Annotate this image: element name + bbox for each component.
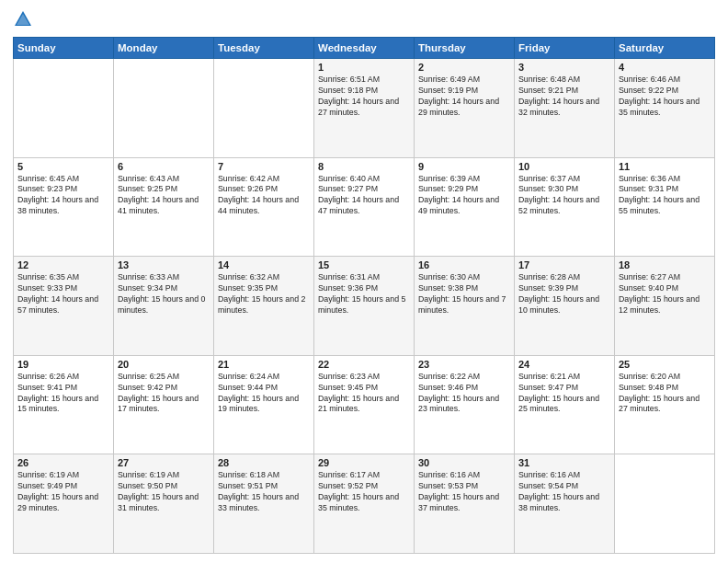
day-number: 24 bbox=[518, 359, 610, 370]
calendar-cell: 20Sunrise: 6:25 AM Sunset: 9:42 PM Dayli… bbox=[114, 355, 214, 454]
day-number: 27 bbox=[118, 457, 210, 468]
day-number: 13 bbox=[118, 259, 210, 270]
day-number: 22 bbox=[318, 359, 410, 370]
day-number: 10 bbox=[518, 161, 610, 172]
day-number: 11 bbox=[619, 161, 711, 172]
calendar-cell: 30Sunrise: 6:16 AM Sunset: 9:53 PM Dayli… bbox=[415, 454, 515, 554]
calendar-cell bbox=[615, 454, 715, 554]
day-info: Sunrise: 6:24 AM Sunset: 9:44 PM Dayligh… bbox=[218, 372, 310, 416]
day-number: 8 bbox=[318, 161, 410, 172]
day-number: 4 bbox=[619, 62, 711, 73]
day-info: Sunrise: 6:51 AM Sunset: 9:18 PM Dayligh… bbox=[318, 75, 410, 119]
day-number: 15 bbox=[318, 259, 410, 270]
calendar-cell: 18Sunrise: 6:27 AM Sunset: 9:40 PM Dayli… bbox=[615, 257, 715, 356]
calendar-week-5: 26Sunrise: 6:19 AM Sunset: 9:49 PM Dayli… bbox=[14, 454, 715, 554]
col-header-tuesday: Tuesday bbox=[214, 38, 314, 59]
calendar-cell bbox=[214, 59, 314, 158]
day-info: Sunrise: 6:27 AM Sunset: 9:40 PM Dayligh… bbox=[619, 272, 711, 316]
day-info: Sunrise: 6:46 AM Sunset: 9:22 PM Dayligh… bbox=[619, 75, 711, 119]
day-number: 12 bbox=[17, 259, 109, 270]
day-number: 7 bbox=[218, 161, 310, 172]
day-info: Sunrise: 6:23 AM Sunset: 9:45 PM Dayligh… bbox=[318, 372, 410, 416]
day-info: Sunrise: 6:43 AM Sunset: 9:25 PM Dayligh… bbox=[118, 174, 210, 218]
day-info: Sunrise: 6:33 AM Sunset: 9:34 PM Dayligh… bbox=[118, 272, 210, 316]
calendar-cell: 28Sunrise: 6:18 AM Sunset: 9:51 PM Dayli… bbox=[214, 454, 314, 554]
calendar-cell: 7Sunrise: 6:42 AM Sunset: 9:26 PM Daylig… bbox=[214, 157, 314, 257]
calendar-cell: 8Sunrise: 6:40 AM Sunset: 9:27 PM Daylig… bbox=[314, 157, 415, 257]
logo-icon bbox=[13, 9, 33, 29]
calendar-week-2: 5Sunrise: 6:45 AM Sunset: 9:23 PM Daylig… bbox=[14, 157, 715, 257]
calendar-cell: 11Sunrise: 6:36 AM Sunset: 9:31 PM Dayli… bbox=[615, 157, 715, 257]
col-header-wednesday: Wednesday bbox=[314, 38, 415, 59]
day-number: 23 bbox=[418, 359, 510, 370]
day-info: Sunrise: 6:16 AM Sunset: 9:53 PM Dayligh… bbox=[418, 470, 510, 514]
col-header-friday: Friday bbox=[515, 38, 615, 59]
day-number: 16 bbox=[418, 259, 510, 270]
calendar-cell: 21Sunrise: 6:24 AM Sunset: 9:44 PM Dayli… bbox=[214, 355, 314, 454]
day-info: Sunrise: 6:28 AM Sunset: 9:39 PM Dayligh… bbox=[518, 272, 610, 316]
day-info: Sunrise: 6:40 AM Sunset: 9:27 PM Dayligh… bbox=[318, 174, 410, 218]
day-number: 2 bbox=[418, 62, 510, 73]
day-info: Sunrise: 6:19 AM Sunset: 9:49 PM Dayligh… bbox=[17, 470, 109, 514]
calendar-cell: 16Sunrise: 6:30 AM Sunset: 9:38 PM Dayli… bbox=[415, 257, 515, 356]
day-info: Sunrise: 6:19 AM Sunset: 9:50 PM Dayligh… bbox=[118, 470, 210, 514]
header bbox=[13, 9, 715, 29]
day-number: 18 bbox=[619, 259, 711, 270]
logo bbox=[13, 9, 37, 29]
day-info: Sunrise: 6:16 AM Sunset: 9:54 PM Dayligh… bbox=[518, 470, 610, 514]
calendar-cell bbox=[14, 59, 114, 158]
day-number: 29 bbox=[318, 457, 410, 468]
calendar-header-row: SundayMondayTuesdayWednesdayThursdayFrid… bbox=[14, 38, 715, 59]
calendar-cell: 29Sunrise: 6:17 AM Sunset: 9:52 PM Dayli… bbox=[314, 454, 415, 554]
col-header-thursday: Thursday bbox=[415, 38, 515, 59]
calendar-cell: 4Sunrise: 6:46 AM Sunset: 9:22 PM Daylig… bbox=[615, 59, 715, 158]
day-info: Sunrise: 6:26 AM Sunset: 9:41 PM Dayligh… bbox=[17, 372, 109, 416]
calendar-cell: 26Sunrise: 6:19 AM Sunset: 9:49 PM Dayli… bbox=[14, 454, 114, 554]
day-info: Sunrise: 6:37 AM Sunset: 9:30 PM Dayligh… bbox=[518, 174, 610, 218]
day-info: Sunrise: 6:20 AM Sunset: 9:48 PM Dayligh… bbox=[619, 372, 711, 416]
calendar-table: SundayMondayTuesdayWednesdayThursdayFrid… bbox=[13, 37, 715, 554]
day-info: Sunrise: 6:42 AM Sunset: 9:26 PM Dayligh… bbox=[218, 174, 310, 218]
day-number: 6 bbox=[118, 161, 210, 172]
day-number: 17 bbox=[518, 259, 610, 270]
day-number: 21 bbox=[218, 359, 310, 370]
calendar-cell: 23Sunrise: 6:22 AM Sunset: 9:46 PM Dayli… bbox=[415, 355, 515, 454]
calendar-cell: 13Sunrise: 6:33 AM Sunset: 9:34 PM Dayli… bbox=[114, 257, 214, 356]
day-info: Sunrise: 6:39 AM Sunset: 9:29 PM Dayligh… bbox=[418, 174, 510, 218]
day-info: Sunrise: 6:25 AM Sunset: 9:42 PM Dayligh… bbox=[118, 372, 210, 416]
day-number: 3 bbox=[518, 62, 610, 73]
day-number: 25 bbox=[619, 359, 711, 370]
calendar-cell: 10Sunrise: 6:37 AM Sunset: 9:30 PM Dayli… bbox=[515, 157, 615, 257]
calendar-cell: 27Sunrise: 6:19 AM Sunset: 9:50 PM Dayli… bbox=[114, 454, 214, 554]
day-info: Sunrise: 6:48 AM Sunset: 9:21 PM Dayligh… bbox=[518, 75, 610, 119]
calendar-cell: 2Sunrise: 6:49 AM Sunset: 9:19 PM Daylig… bbox=[415, 59, 515, 158]
col-header-saturday: Saturday bbox=[615, 38, 715, 59]
calendar-cell: 24Sunrise: 6:21 AM Sunset: 9:47 PM Dayli… bbox=[515, 355, 615, 454]
day-number: 1 bbox=[318, 62, 410, 73]
calendar-cell: 9Sunrise: 6:39 AM Sunset: 9:29 PM Daylig… bbox=[415, 157, 515, 257]
day-number: 26 bbox=[17, 457, 109, 468]
calendar-cell: 15Sunrise: 6:31 AM Sunset: 9:36 PM Dayli… bbox=[314, 257, 415, 356]
calendar-cell: 19Sunrise: 6:26 AM Sunset: 9:41 PM Dayli… bbox=[14, 355, 114, 454]
day-number: 28 bbox=[218, 457, 310, 468]
calendar-cell: 6Sunrise: 6:43 AM Sunset: 9:25 PM Daylig… bbox=[114, 157, 214, 257]
day-info: Sunrise: 6:17 AM Sunset: 9:52 PM Dayligh… bbox=[318, 470, 410, 514]
day-info: Sunrise: 6:31 AM Sunset: 9:36 PM Dayligh… bbox=[318, 272, 410, 316]
day-number: 5 bbox=[17, 161, 109, 172]
day-number: 19 bbox=[17, 359, 109, 370]
calendar-cell: 22Sunrise: 6:23 AM Sunset: 9:45 PM Dayli… bbox=[314, 355, 415, 454]
page: SundayMondayTuesdayWednesdayThursdayFrid… bbox=[0, 0, 728, 563]
calendar-cell: 17Sunrise: 6:28 AM Sunset: 9:39 PM Dayli… bbox=[515, 257, 615, 356]
day-number: 31 bbox=[518, 457, 610, 468]
calendar-cell: 1Sunrise: 6:51 AM Sunset: 9:18 PM Daylig… bbox=[314, 59, 415, 158]
calendar-cell: 3Sunrise: 6:48 AM Sunset: 9:21 PM Daylig… bbox=[515, 59, 615, 158]
col-header-sunday: Sunday bbox=[14, 38, 114, 59]
col-header-monday: Monday bbox=[114, 38, 214, 59]
calendar-cell: 12Sunrise: 6:35 AM Sunset: 9:33 PM Dayli… bbox=[14, 257, 114, 356]
calendar-cell: 14Sunrise: 6:32 AM Sunset: 9:35 PM Dayli… bbox=[214, 257, 314, 356]
day-number: 14 bbox=[218, 259, 310, 270]
day-info: Sunrise: 6:32 AM Sunset: 9:35 PM Dayligh… bbox=[218, 272, 310, 316]
calendar-week-4: 19Sunrise: 6:26 AM Sunset: 9:41 PM Dayli… bbox=[14, 355, 715, 454]
calendar-week-3: 12Sunrise: 6:35 AM Sunset: 9:33 PM Dayli… bbox=[14, 257, 715, 356]
day-info: Sunrise: 6:36 AM Sunset: 9:31 PM Dayligh… bbox=[619, 174, 711, 218]
